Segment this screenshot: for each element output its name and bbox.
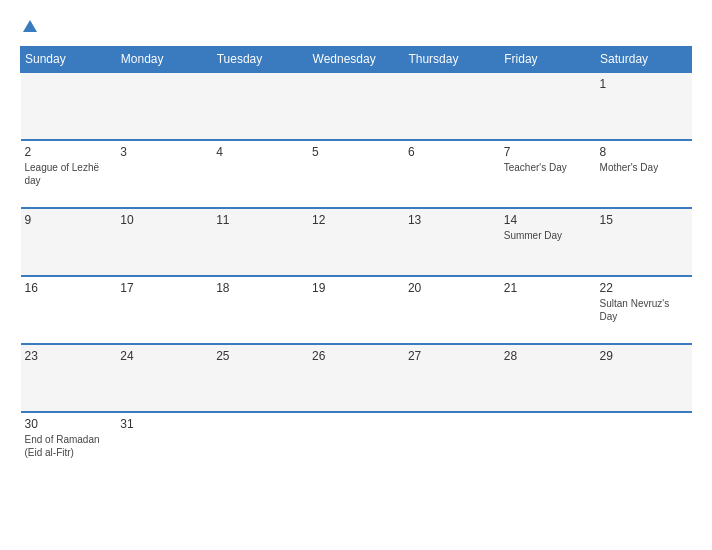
- calendar-cell: 20: [404, 276, 500, 344]
- day-number: 3: [120, 145, 208, 159]
- day-number: 11: [216, 213, 304, 227]
- calendar-cell: 5: [308, 140, 404, 208]
- day-number: 2: [25, 145, 113, 159]
- calendar-week-row: 91011121314Summer Day15: [21, 208, 692, 276]
- day-event: Summer Day: [504, 230, 562, 241]
- calendar-cell: 27: [404, 344, 500, 412]
- calendar-cell: 9: [21, 208, 117, 276]
- day-number: 16: [25, 281, 113, 295]
- calendar-table: SundayMondayTuesdayWednesdayThursdayFrid…: [20, 46, 692, 480]
- day-number: 5: [312, 145, 400, 159]
- calendar-cell: 22Sultan Nevruz's Day: [596, 276, 692, 344]
- day-number: 29: [600, 349, 688, 363]
- day-number: 18: [216, 281, 304, 295]
- calendar-week-row: 30End of Ramadan (Eid al-Fitr)31: [21, 412, 692, 480]
- logo-icon: [21, 18, 39, 36]
- calendar-cell: 15: [596, 208, 692, 276]
- calendar-cell: 26: [308, 344, 404, 412]
- day-number: 7: [504, 145, 592, 159]
- day-number: 10: [120, 213, 208, 227]
- calendar-cell: 3: [116, 140, 212, 208]
- day-event: Sultan Nevruz's Day: [600, 298, 670, 322]
- calendar-cell: [500, 412, 596, 480]
- calendar-cell: [404, 72, 500, 140]
- day-number: 1: [600, 77, 688, 91]
- day-number: 4: [216, 145, 304, 159]
- calendar-cell: [212, 72, 308, 140]
- calendar-cell: 4: [212, 140, 308, 208]
- calendar-cell: 25: [212, 344, 308, 412]
- day-number: 31: [120, 417, 208, 431]
- svg-marker-0: [23, 20, 37, 32]
- day-number: 22: [600, 281, 688, 295]
- day-event: League of Lezhë day: [25, 162, 100, 186]
- calendar-cell: 17: [116, 276, 212, 344]
- day-number: 13: [408, 213, 496, 227]
- day-number: 21: [504, 281, 592, 295]
- day-number: 12: [312, 213, 400, 227]
- calendar-cell: [21, 72, 117, 140]
- day-number: 30: [25, 417, 113, 431]
- calendar-week-row: 23242526272829: [21, 344, 692, 412]
- day-event: End of Ramadan (Eid al-Fitr): [25, 434, 100, 458]
- weekday-header: Tuesday: [212, 47, 308, 73]
- calendar-cell: 19: [308, 276, 404, 344]
- weekday-header: Wednesday: [308, 47, 404, 73]
- calendar-cell: 29: [596, 344, 692, 412]
- calendar-week-row: 1: [21, 72, 692, 140]
- calendar-cell: 8Mother's Day: [596, 140, 692, 208]
- weekday-header: Sunday: [21, 47, 117, 73]
- logo: [20, 18, 41, 36]
- calendar-cell: [308, 72, 404, 140]
- day-number: 20: [408, 281, 496, 295]
- calendar-cell: 11: [212, 208, 308, 276]
- day-number: 8: [600, 145, 688, 159]
- day-number: 26: [312, 349, 400, 363]
- weekday-header: Monday: [116, 47, 212, 73]
- day-number: 19: [312, 281, 400, 295]
- calendar-cell: 16: [21, 276, 117, 344]
- header: [20, 18, 692, 36]
- calendar-week-row: 16171819202122Sultan Nevruz's Day: [21, 276, 692, 344]
- day-number: 24: [120, 349, 208, 363]
- calendar-cell: 28: [500, 344, 596, 412]
- calendar-cell: 7Teacher's Day: [500, 140, 596, 208]
- day-number: 23: [25, 349, 113, 363]
- calendar-week-row: 2League of Lezhë day34567Teacher's Day8M…: [21, 140, 692, 208]
- day-number: 15: [600, 213, 688, 227]
- page: SundayMondayTuesdayWednesdayThursdayFrid…: [0, 0, 712, 550]
- weekday-header: Saturday: [596, 47, 692, 73]
- weekday-header: Thursday: [404, 47, 500, 73]
- day-event: Mother's Day: [600, 162, 659, 173]
- calendar-cell: 10: [116, 208, 212, 276]
- day-number: 14: [504, 213, 592, 227]
- calendar-cell: 1: [596, 72, 692, 140]
- calendar-cell: [212, 412, 308, 480]
- day-number: 9: [25, 213, 113, 227]
- calendar-cell: [116, 72, 212, 140]
- day-number: 27: [408, 349, 496, 363]
- calendar-cell: [500, 72, 596, 140]
- day-number: 25: [216, 349, 304, 363]
- calendar-cell: [308, 412, 404, 480]
- calendar-cell: 21: [500, 276, 596, 344]
- calendar-cell: 24: [116, 344, 212, 412]
- day-number: 28: [504, 349, 592, 363]
- day-number: 17: [120, 281, 208, 295]
- calendar-cell: 14Summer Day: [500, 208, 596, 276]
- calendar-cell: 23: [21, 344, 117, 412]
- calendar-cell: 31: [116, 412, 212, 480]
- calendar-cell: 18: [212, 276, 308, 344]
- day-event: Teacher's Day: [504, 162, 567, 173]
- calendar-cell: 12: [308, 208, 404, 276]
- calendar-cell: [404, 412, 500, 480]
- weekday-header: Friday: [500, 47, 596, 73]
- calendar-cell: 2League of Lezhë day: [21, 140, 117, 208]
- calendar-cell: 30End of Ramadan (Eid al-Fitr): [21, 412, 117, 480]
- calendar-cell: [596, 412, 692, 480]
- day-number: 6: [408, 145, 496, 159]
- calendar-cell: 6: [404, 140, 500, 208]
- calendar-cell: 13: [404, 208, 500, 276]
- weekday-header-row: SundayMondayTuesdayWednesdayThursdayFrid…: [21, 47, 692, 73]
